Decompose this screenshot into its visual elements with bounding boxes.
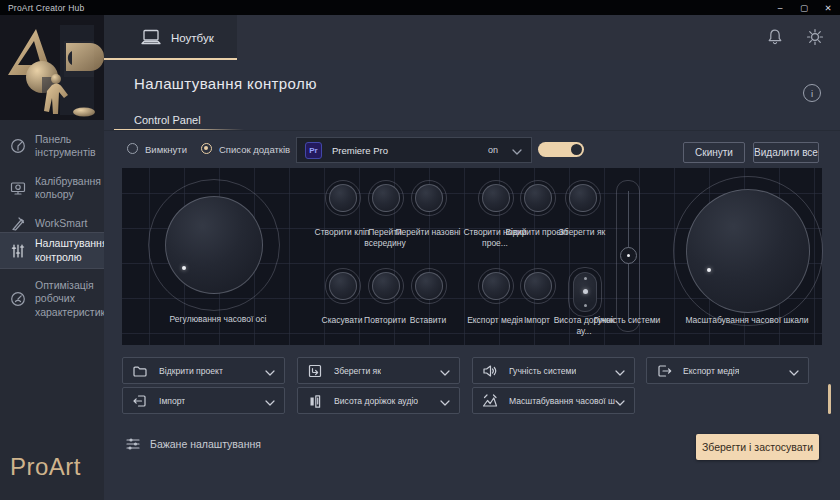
knob-step-outside[interactable] xyxy=(415,184,443,212)
knob-label: Зберегти як xyxy=(547,227,617,238)
assignment-system-volume[interactable]: Гучність системи xyxy=(472,357,635,384)
knob-redo[interactable] xyxy=(372,272,400,300)
app-state: on xyxy=(488,145,498,155)
minimize-button[interactable]: – xyxy=(768,0,792,15)
performance-icon xyxy=(9,290,27,308)
timeline-adjust-dial[interactable] xyxy=(165,196,263,294)
maximize-button[interactable]: ▢ xyxy=(792,0,816,15)
chevron-down-icon xyxy=(789,362,799,380)
top-tab-bar: Ноутбук xyxy=(104,15,840,61)
track-height-icon xyxy=(307,393,323,409)
assignment-label: Масштабування часової шкали xyxy=(509,396,615,406)
sidebar-item-label: Калібрування кольору xyxy=(35,175,97,202)
knob-import[interactable] xyxy=(524,272,552,300)
window-title: ProArt Creator Hub xyxy=(8,3,84,13)
radio-disable[interactable] xyxy=(127,143,138,154)
sidebar-item-label: Панель інструментів xyxy=(35,133,97,160)
bell-icon xyxy=(765,27,785,47)
assignment-label: Висота доріжок аудіо xyxy=(334,396,418,406)
control-mapping-panel: Регулювання часової осі Створити кліп Пе… xyxy=(122,168,822,345)
knob-open-project[interactable] xyxy=(524,184,552,212)
tab-laptop[interactable]: Ноутбук xyxy=(104,15,237,60)
assignment-label: Гучність системи xyxy=(509,366,576,376)
control-settings-icon xyxy=(9,242,27,260)
volume-icon xyxy=(482,363,498,379)
app-selector-dropdown[interactable]: Pr Premiere Pro on xyxy=(296,137,532,163)
chevron-down-icon xyxy=(265,392,275,410)
divider xyxy=(104,130,840,131)
folder-icon xyxy=(132,363,148,379)
save-as-icon xyxy=(307,363,323,379)
import-icon xyxy=(132,393,148,409)
knob-step-inside[interactable] xyxy=(372,184,400,212)
page-title: Налаштування контролю xyxy=(134,75,317,92)
system-volume-slider[interactable] xyxy=(616,180,640,332)
left-dial-indicator xyxy=(182,266,186,270)
radio-disable-label[interactable]: Вимкнути xyxy=(145,144,187,155)
chevron-down-icon xyxy=(615,392,625,410)
right-dial-indicator xyxy=(707,268,711,272)
proart-creator-hub-window: ProArt Creator Hub – ▢ ✕ xyxy=(0,0,840,500)
laptop-icon xyxy=(140,29,162,46)
sidebar-item-label: Оптимізація робочих характеристик xyxy=(35,279,97,319)
chevron-down-icon xyxy=(440,392,450,410)
assignment-label: Зберегти як xyxy=(334,366,381,376)
sidebar-item-label: WorkSmart xyxy=(35,217,97,230)
preferred-settings-button[interactable]: Бажане налаштування xyxy=(125,436,261,452)
assignment-open-project[interactable]: Відкрити проект xyxy=(122,357,285,384)
worksmart-icon xyxy=(9,215,27,233)
sidebar-item-performance[interactable]: Оптимізація робочих характеристик xyxy=(0,273,104,325)
info-icon[interactable]: i xyxy=(803,84,821,102)
radio-app-list[interactable] xyxy=(201,143,212,154)
close-button[interactable]: ✕ xyxy=(816,0,840,15)
knob-label: Перейти назовні xyxy=(393,227,463,238)
chevron-down-icon xyxy=(615,362,625,380)
knob-undo[interactable] xyxy=(329,272,357,300)
assignment-import[interactable]: Імпорт xyxy=(122,387,285,414)
notifications-button[interactable] xyxy=(764,26,786,48)
assignment-timeline-zoom[interactable]: Масштабування часової шкали xyxy=(472,387,635,414)
assignment-save-as[interactable]: Зберегти як xyxy=(297,357,460,384)
radio-app-list-label[interactable]: Список додатків xyxy=(219,144,290,155)
tab-control-panel[interactable]: Control Panel xyxy=(134,114,201,126)
pill-dot xyxy=(583,289,588,294)
hero-art xyxy=(0,15,104,120)
chevron-down-icon xyxy=(265,362,275,380)
sidebar-item-color-calibration[interactable]: Калібрування кольору xyxy=(0,167,104,209)
window-controls: – ▢ ✕ xyxy=(768,0,840,15)
toggle-knob xyxy=(571,144,582,155)
timeline-zoom-icon xyxy=(482,393,498,409)
sidebar-item-control-settings[interactable]: Налаштування контролю xyxy=(0,232,104,269)
scrollbar-thumb[interactable] xyxy=(828,384,831,414)
assignment-export-media[interactable]: Експорт медія xyxy=(646,357,809,384)
pill-dot xyxy=(584,304,587,307)
knob-create-clip[interactable] xyxy=(329,184,357,212)
assignment-label: Імпорт xyxy=(159,396,185,406)
preferences-sliders-icon xyxy=(125,436,141,452)
chevron-down-icon xyxy=(512,141,522,159)
slider-handle[interactable] xyxy=(620,247,637,264)
knob-label: Вставити xyxy=(393,315,463,326)
right-dial-label: Масштабування часової шкали xyxy=(652,315,840,326)
assignment-label: Відкрити проект xyxy=(159,366,223,376)
knob-new-project[interactable] xyxy=(482,184,510,212)
reset-button[interactable]: Скинути xyxy=(683,142,745,163)
sidebar-item-dashboard[interactable]: Панель інструментів xyxy=(0,125,104,167)
assignment-label: Експорт медія xyxy=(683,366,739,376)
save-and-apply-button[interactable]: Зберегти і застосувати xyxy=(696,434,819,460)
knob-export-media[interactable] xyxy=(482,272,510,300)
chevron-down-icon xyxy=(440,362,450,380)
app-enable-toggle[interactable] xyxy=(538,142,584,157)
knob-paste[interactable] xyxy=(415,272,443,300)
gear-icon xyxy=(805,27,825,47)
track-height-widget[interactable] xyxy=(568,267,602,317)
color-calibration-icon xyxy=(9,179,27,197)
delete-all-button[interactable]: Видалити все xyxy=(753,142,819,163)
settings-button[interactable] xyxy=(804,26,826,48)
sidebar: Панель інструментів Калібрування кольору… xyxy=(0,15,104,500)
timeline-zoom-dial[interactable] xyxy=(686,189,810,313)
knob-save-as[interactable] xyxy=(569,184,597,212)
proart-logo: ProArt xyxy=(10,453,81,481)
assignment-track-height[interactable]: Висота доріжок аудіо xyxy=(297,387,460,414)
app-selector-value: Premiere Pro xyxy=(332,145,388,156)
